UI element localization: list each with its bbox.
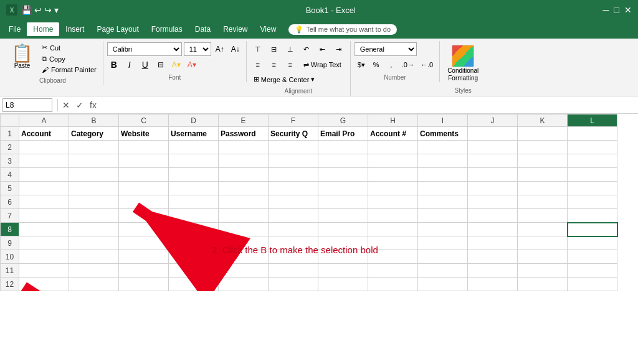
cell-e4[interactable] [219, 168, 269, 182]
cell-k7[interactable] [518, 209, 568, 223]
cell-b10[interactable] [69, 250, 119, 264]
col-header-d[interactable]: D [169, 114, 219, 127]
cell-g4[interactable] [318, 168, 368, 182]
cell-h12[interactable] [368, 278, 418, 291]
cell-e2[interactable] [219, 141, 269, 154]
cell-i11[interactable] [418, 264, 468, 278]
font-name-select[interactable]: Calibri [107, 42, 182, 56]
cell-e1[interactable]: Password [219, 127, 269, 141]
row-header-11[interactable]: 11 [1, 264, 19, 278]
cell-e7[interactable] [219, 209, 269, 223]
cell-e8[interactable] [219, 223, 269, 236]
cell-c10[interactable] [119, 250, 169, 264]
align-top-btn[interactable]: ⊤ [250, 42, 265, 56]
increase-font-btn[interactable]: A↑ [213, 42, 227, 56]
cell-b7[interactable] [69, 209, 119, 223]
cell-b5[interactable] [69, 182, 119, 195]
format-painter-button[interactable]: 🖌 Format Painter [39, 65, 99, 75]
cell-b3[interactable] [69, 154, 119, 168]
align-center-btn[interactable]: ≡ [267, 58, 282, 72]
border-button[interactable]: ⊟ [154, 58, 168, 72]
row-header-7[interactable]: 7 [1, 209, 19, 223]
conditional-formatting-button[interactable]: Conditional Formatting [447, 45, 478, 82]
cell-c8[interactable] [119, 223, 169, 236]
cell-d12[interactable] [169, 278, 219, 291]
maximize-btn[interactable]: □ [614, 5, 619, 15]
cell-b1[interactable]: Category [69, 127, 119, 141]
menu-home[interactable]: Home [27, 22, 59, 36]
cell-i10[interactable] [418, 250, 468, 264]
cell-f11[interactable] [269, 264, 318, 278]
col-header-i[interactable]: I [418, 114, 468, 127]
cell-i1[interactable]: Comments [418, 127, 468, 141]
merge-center-button[interactable]: ⊞ Merge & Center ▾ [250, 73, 318, 85]
align-right-btn[interactable]: ≡ [283, 58, 298, 72]
cell-d5[interactable] [169, 182, 219, 195]
cell-f12[interactable] [269, 278, 318, 291]
cell-f8[interactable] [269, 223, 318, 236]
cell-i5[interactable] [418, 182, 468, 195]
cell-j4[interactable] [468, 168, 518, 182]
formula-confirm-btn[interactable]: ✓ [74, 100, 85, 110]
cell-a9[interactable] [19, 236, 69, 250]
cell-f1[interactable]: Security Q [269, 127, 318, 141]
menu-view[interactable]: View [254, 22, 283, 36]
cell-l3[interactable] [568, 154, 617, 168]
cell-k12[interactable] [518, 278, 568, 291]
cell-a1[interactable]: Account [19, 127, 69, 141]
col-header-a[interactable]: A [19, 114, 69, 127]
corner-cell[interactable] [1, 114, 19, 127]
tell-me-box[interactable]: 💡 Tell me what you want to do [288, 24, 397, 35]
cell-h7[interactable] [368, 209, 418, 223]
cell-j11[interactable] [468, 264, 518, 278]
col-header-b[interactable]: B [69, 114, 119, 127]
col-header-l[interactable]: L [568, 114, 617, 127]
cell-a2[interactable] [19, 141, 69, 154]
cell-d7[interactable] [169, 209, 219, 223]
menu-file[interactable]: File [2, 22, 27, 36]
cell-e6[interactable] [219, 195, 269, 209]
cell-l2[interactable] [568, 141, 617, 154]
cell-i12[interactable] [418, 278, 468, 291]
close-btn[interactable]: ✕ [624, 5, 632, 15]
indent-increase-btn[interactable]: ⇥ [331, 42, 346, 56]
cell-g1[interactable]: Email Pro [318, 127, 368, 141]
cell-l6[interactable] [568, 195, 617, 209]
cell-c6[interactable] [119, 195, 169, 209]
cell-d1[interactable]: Username [169, 127, 219, 141]
cell-a12[interactable] [19, 278, 69, 291]
cell-b12[interactable] [69, 278, 119, 291]
cell-f7[interactable] [269, 209, 318, 223]
cell-i6[interactable] [418, 195, 468, 209]
cell-l9[interactable] [568, 236, 617, 250]
cell-c5[interactable] [119, 182, 169, 195]
cell-a3[interactable] [19, 154, 69, 168]
cell-g11[interactable] [318, 264, 368, 278]
cell-f5[interactable] [269, 182, 318, 195]
col-header-h[interactable]: H [368, 114, 418, 127]
cell-d11[interactable] [169, 264, 219, 278]
cell-g8[interactable] [318, 223, 368, 236]
font-size-select[interactable]: 11 [184, 42, 211, 56]
name-box[interactable] [2, 98, 52, 112]
cell-c3[interactable] [119, 154, 169, 168]
cell-k8[interactable] [518, 223, 568, 236]
cell-c12[interactable] [119, 278, 169, 291]
cell-c2[interactable] [119, 141, 169, 154]
cell-k3[interactable] [518, 154, 568, 168]
cell-f3[interactable] [269, 154, 318, 168]
cell-g5[interactable] [318, 182, 368, 195]
font-color-button[interactable]: A▾ [185, 58, 199, 72]
cell-e3[interactable] [219, 154, 269, 168]
cell-j10[interactable] [468, 250, 518, 264]
cell-c4[interactable] [119, 168, 169, 182]
cell-j6[interactable] [468, 195, 518, 209]
cell-c11[interactable] [119, 264, 169, 278]
cell-j5[interactable] [468, 182, 518, 195]
customize-btn[interactable]: ▾ [54, 5, 59, 15]
cell-d8[interactable] [169, 223, 219, 236]
align-bottom-btn[interactable]: ⊥ [283, 42, 298, 56]
cell-i9[interactable] [418, 236, 468, 250]
col-header-k[interactable]: K [518, 114, 568, 127]
cell-d6[interactable] [169, 195, 219, 209]
